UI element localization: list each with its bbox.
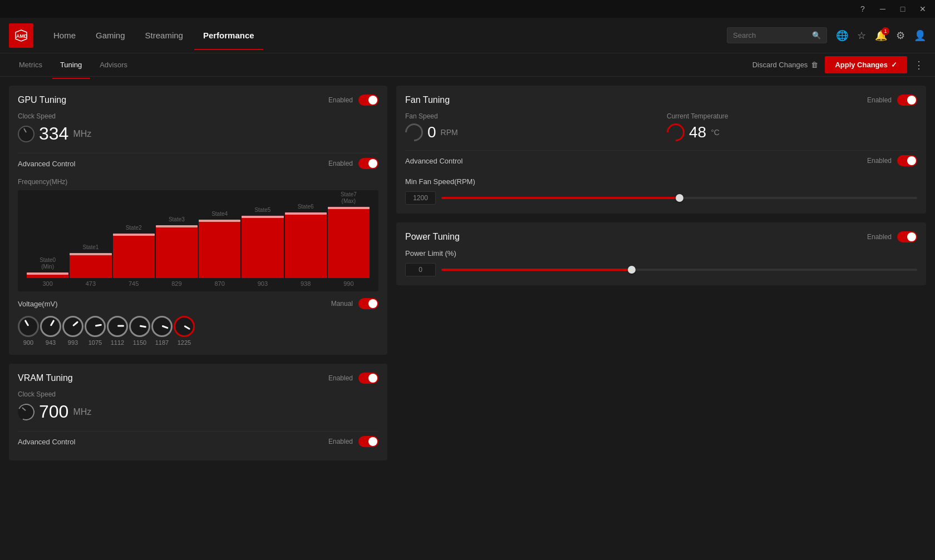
sub-nav-links: Metrics Tuning Advisors <box>11 56 135 73</box>
fan-speed-knob <box>401 120 426 145</box>
state-5-bar[interactable] <box>242 216 283 278</box>
profile-icon[interactable]: 👤 <box>914 29 926 42</box>
state-6: State6 <box>285 204 327 278</box>
close-icon[interactable]: ✕ <box>917 4 928 13</box>
search-box[interactable]: 🔍 <box>727 27 827 43</box>
tab-metrics[interactable]: Metrics <box>11 56 50 73</box>
gpu-clock-knob[interactable] <box>18 126 35 142</box>
tab-tuning[interactable]: Tuning <box>52 56 90 73</box>
state-1-label: State1 <box>82 244 99 251</box>
check-icon: ✓ <box>891 61 897 69</box>
state-4-bar[interactable] <box>199 220 240 278</box>
fan-stats: Fan Speed 0 RPM Current Temperature 48 °… <box>405 112 917 141</box>
state-5: State5 <box>242 207 283 278</box>
power-tuning-toggle[interactable] <box>897 231 917 242</box>
more-options-button[interactable]: ⋮ <box>914 59 924 71</box>
notification-icon[interactable]: 🔔 1 <box>875 29 887 42</box>
power-limit-slider-row: 0 <box>405 263 917 276</box>
gpu-tuning-toggle[interactable] <box>358 95 378 106</box>
gpu-advanced-label: Advanced Control <box>18 160 75 168</box>
state-3-bar[interactable] <box>156 225 198 278</box>
voltage-knob-circle-1[interactable] <box>40 316 61 337</box>
vram-tuning-controls: Enabled <box>328 373 378 384</box>
voltage-section: Voltage(mV) Manual 900 <box>18 298 378 346</box>
state-1: State1 <box>70 244 111 278</box>
voltage-knob-circle-4[interactable] <box>107 316 128 337</box>
gpu-clock-unit: MHz <box>73 129 91 139</box>
voltage-knob-circle-6[interactable] <box>151 316 173 337</box>
help-icon[interactable]: ? <box>857 4 868 13</box>
content-area: GPU Tuning Enabled Clock Speed 334 MHz A… <box>0 77 935 560</box>
gpu-tuning-controls: Enabled <box>328 95 378 106</box>
fan-speed-value: 0 RPM <box>405 123 656 141</box>
min-fan-speed-slider-row: 1200 <box>405 191 917 205</box>
fan-tuning-title: Fan Tuning <box>405 95 450 105</box>
gpu-tuning-title: GPU Tuning <box>18 95 66 105</box>
frequency-chart: State0(Min) State1 State2 <box>18 190 378 291</box>
minimize-icon[interactable]: ─ <box>877 4 888 13</box>
fan-advanced-row: Advanced Control Enabled <box>405 150 917 171</box>
freq-val-2: 745 <box>113 280 155 287</box>
vram-clock-knob[interactable] <box>16 401 37 422</box>
fan-speed-stat: Fan Speed 0 RPM <box>405 112 656 141</box>
nav-performance[interactable]: Performance <box>194 26 263 44</box>
globe-icon[interactable]: 🌐 <box>836 29 848 42</box>
tab-advisors[interactable]: Advisors <box>92 56 135 73</box>
voltage-val-5: 1150 <box>133 339 146 346</box>
search-input[interactable] <box>733 31 808 39</box>
voltage-knob-0: 900 <box>18 316 39 346</box>
min-fan-speed-thumb[interactable] <box>676 194 683 202</box>
gpu-advanced-enabled-label: Enabled <box>328 160 353 167</box>
svg-text:AMD: AMD <box>16 33 28 39</box>
gpu-advanced-toggle[interactable] <box>358 158 378 169</box>
state-6-label: State6 <box>298 204 314 210</box>
state-7-bar[interactable] <box>328 207 370 278</box>
state-2-bar[interactable] <box>113 234 155 278</box>
state-6-bar[interactable] <box>285 212 327 278</box>
vram-tuning-toggle[interactable] <box>358 373 378 384</box>
freq-val-4: 870 <box>199 280 240 287</box>
freq-val-6: 938 <box>285 280 327 287</box>
vram-tuning-header: VRAM Tuning Enabled <box>18 373 378 384</box>
power-limit-track[interactable] <box>441 269 917 271</box>
freq-values: 300 473 745 829 870 903 938 990 <box>22 278 374 287</box>
voltage-knob-7: 1225 <box>174 316 195 346</box>
voltage-toggle[interactable] <box>358 298 378 309</box>
freq-val-3: 829 <box>156 280 198 287</box>
voltage-knob-circle-7[interactable] <box>174 316 195 337</box>
freq-val-0: 300 <box>27 280 68 287</box>
voltage-knobs: 900 943 993 <box>18 316 378 346</box>
vram-tuning-title: VRAM Tuning <box>18 373 73 383</box>
gpu-advanced-row: Advanced Control Enabled <box>18 153 378 174</box>
state-1-bar[interactable] <box>70 253 111 278</box>
fan-tuning-toggle[interactable] <box>897 95 917 106</box>
voltage-knob-1: 943 <box>40 316 61 346</box>
notification-badge: 1 <box>882 27 889 35</box>
power-limit-thumb[interactable] <box>628 266 636 274</box>
nav-streaming[interactable]: Streaming <box>136 26 192 44</box>
voltage-val-7: 1225 <box>178 339 191 346</box>
state-0-bar[interactable] <box>27 272 68 278</box>
freq-val-5: 903 <box>242 280 283 287</box>
state-4-label: State4 <box>211 211 228 217</box>
voltage-knob-circle-5[interactable] <box>129 316 150 337</box>
power-limit-fill <box>441 269 632 271</box>
star-icon[interactable]: ☆ <box>857 29 866 42</box>
voltage-knob-circle-2[interactable] <box>62 316 83 337</box>
fan-tuning-controls: Enabled <box>867 95 917 106</box>
vram-clock-number: 700 <box>39 402 68 422</box>
fan-advanced-toggle[interactable] <box>897 155 917 166</box>
apply-changes-button[interactable]: Apply Changes ✓ <box>825 56 907 73</box>
vram-advanced-toggle[interactable] <box>358 436 378 447</box>
voltage-knob-circle-0[interactable] <box>18 316 39 337</box>
state-0-label: State0(Min) <box>40 257 56 270</box>
nav-gaming[interactable]: Gaming <box>87 26 134 44</box>
discard-changes-button[interactable]: Discard Changes 🗑 <box>752 61 819 69</box>
maximize-icon[interactable]: □ <box>897 4 908 13</box>
min-fan-speed-track[interactable] <box>441 197 917 199</box>
settings-icon[interactable]: ⚙ <box>896 29 905 42</box>
right-column: Fan Tuning Enabled Fan Speed 0 RPM Curre <box>396 86 926 551</box>
voltage-knob-circle-3[interactable] <box>85 316 106 337</box>
frequency-label: Frequency(MHz) <box>18 178 378 186</box>
nav-home[interactable]: Home <box>45 26 85 44</box>
